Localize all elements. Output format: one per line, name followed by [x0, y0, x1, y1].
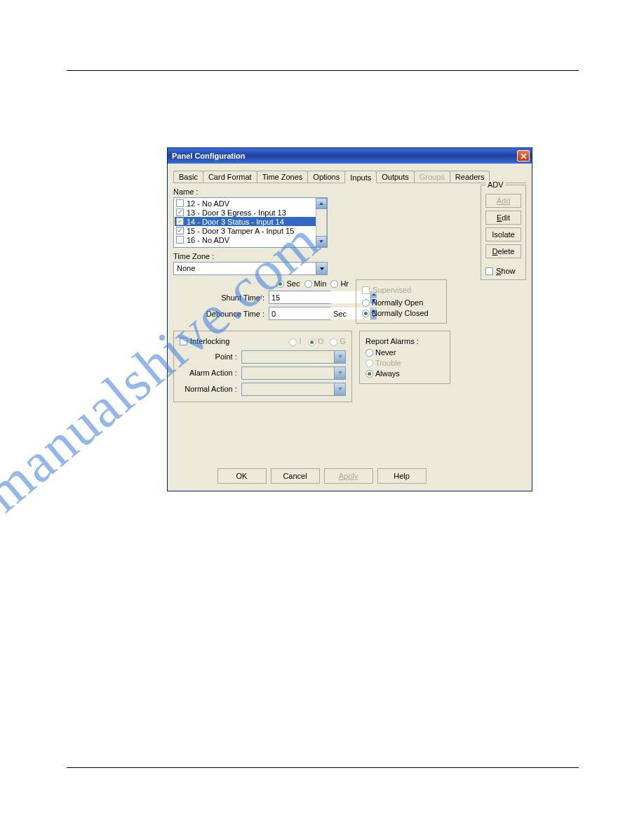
- point-label: Point :: [180, 352, 237, 361]
- normally-closed-radio[interactable]: Normally Closed: [362, 309, 441, 317]
- timezone-combo[interactable]: None: [173, 262, 328, 275]
- alarm-action-label: Alarm Action :: [180, 369, 237, 377]
- chevron-down-icon: [337, 370, 343, 376]
- list-item[interactable]: 12 - No ADV: [175, 199, 326, 208]
- never-radio[interactable]: Never: [365, 348, 444, 357]
- timezone-value: None: [174, 263, 316, 274]
- report-alarms-group: Report Alarms : Never Trouble Always: [359, 331, 450, 384]
- isolate-button[interactable]: Isolate: [485, 227, 521, 241]
- radio-g: [330, 338, 337, 346]
- page-rule-bottom: [67, 767, 579, 768]
- adv-panel: ADV Add Edit Isolate Delete Show: [481, 185, 526, 280]
- scrollbar[interactable]: [316, 198, 327, 247]
- tab-inputs[interactable]: Inputs: [344, 171, 377, 183]
- checkbox-icon: [176, 227, 184, 234]
- sec-suffix: Sec: [333, 310, 347, 318]
- supervised-group: Supervised Normally Open Normally Closed: [356, 279, 447, 324]
- radio-icon: [362, 299, 370, 307]
- radio-sec[interactable]: [276, 280, 284, 288]
- always-radio[interactable]: Always: [365, 369, 444, 378]
- dialog-title: Panel Configuration: [172, 152, 246, 160]
- show-check-icon: [485, 267, 493, 275]
- name-listbox[interactable]: 12 - No ADV 13 - Door 3 Egress - Input 1…: [173, 197, 328, 248]
- normal-action-combo: [241, 383, 346, 396]
- checkbox-icon: [362, 286, 370, 294]
- panel-configuration-dialog: Panel Configuration Basic Card Format Ti…: [167, 147, 532, 491]
- tab-outputs[interactable]: Outputs: [376, 171, 415, 183]
- close-button[interactable]: [517, 150, 530, 161]
- radio-icon: [365, 349, 373, 357]
- alarm-action-combo: [241, 366, 346, 380]
- scroll-track[interactable]: [316, 209, 327, 236]
- close-icon: [521, 153, 527, 159]
- chevron-down-icon: [337, 354, 343, 359]
- tab-readers[interactable]: Readers: [450, 171, 490, 183]
- chevron-up-icon: [318, 201, 324, 206]
- tab-groups: Groups: [414, 171, 450, 183]
- page-rule-top: [67, 70, 579, 71]
- show-checkbox[interactable]: Show: [485, 267, 521, 275]
- tab-options[interactable]: Options: [307, 171, 345, 183]
- report-alarms-label: Report Alarms :: [365, 337, 444, 345]
- edit-button[interactable]: Edit: [485, 211, 521, 225]
- dialog-body: Basic Card Format Time Zones Options Inp…: [168, 164, 532, 491]
- checkbox-icon: [176, 236, 184, 244]
- main-content: Name : 12 - No ADV 13 - Door 3 Egress - …: [173, 187, 464, 402]
- name-label: Name :: [173, 187, 464, 196]
- help-button[interactable]: Help: [377, 468, 427, 484]
- trouble-radio: Trouble: [365, 359, 444, 367]
- debounce-time-label: Debounce Time :: [173, 310, 264, 318]
- debounce-time-input[interactable]: [269, 307, 330, 320]
- ok-button[interactable]: OK: [217, 468, 267, 484]
- adv-legend: ADV: [485, 180, 506, 189]
- list-item[interactable]: 14 - Door 3 Status - Input 14: [175, 217, 326, 226]
- shunt-time-input[interactable]: [269, 291, 330, 304]
- radio-i: [289, 338, 297, 346]
- delete-button[interactable]: Delete: [485, 244, 521, 258]
- checkbox-icon: [176, 218, 184, 225]
- point-combo: [241, 350, 346, 364]
- list-item[interactable]: 16 - No ADV: [175, 235, 326, 244]
- chevron-down-icon: [337, 386, 343, 392]
- normally-open-radio[interactable]: Normally Open: [362, 298, 441, 307]
- apply-button: Apply: [324, 468, 373, 484]
- cancel-button[interactable]: Cancel: [271, 468, 320, 484]
- checkbox-icon: [176, 208, 184, 216]
- scroll-down-button[interactable]: [316, 236, 327, 247]
- tab-card-format[interactable]: Card Format: [203, 171, 257, 183]
- radio-icon: [365, 370, 373, 378]
- tab-basic[interactable]: Basic: [173, 171, 203, 183]
- interlocking-checkbox[interactable]: [180, 338, 187, 345]
- chevron-down-icon: [318, 239, 324, 244]
- titlebar[interactable]: Panel Configuration: [168, 148, 532, 164]
- tab-bar: Basic Card Format Time Zones Options Inp…: [173, 169, 526, 183]
- radio-icon: [365, 359, 373, 367]
- button-bar: OK Cancel Apply Help: [168, 468, 476, 484]
- radio-icon: [362, 310, 370, 317]
- add-button: Add: [485, 194, 521, 208]
- scroll-up-button[interactable]: [316, 198, 327, 209]
- shunt-time-label: Shunt Time :: [173, 293, 264, 302]
- timezone-label: Time Zone :: [173, 252, 464, 260]
- interlocking-group: Interlocking I O G Point : Alarm Action …: [173, 331, 352, 402]
- checkbox-icon: [176, 199, 184, 207]
- combo-arrow[interactable]: [316, 263, 327, 274]
- tab-time-zones[interactable]: Time Zones: [257, 171, 309, 183]
- radio-min[interactable]: [304, 280, 312, 288]
- radio-o: [308, 338, 316, 346]
- radio-hr[interactable]: [330, 280, 338, 288]
- list-item[interactable]: 15 - Door 3 Tamper A - Input 15: [175, 226, 326, 235]
- chevron-down-icon: [319, 266, 325, 272]
- normal-action-label: Normal Action :: [180, 385, 237, 393]
- supervised-checkbox: Supervised: [362, 286, 441, 294]
- list-item[interactable]: 13 - Door 3 Egress - Input 13: [175, 208, 326, 217]
